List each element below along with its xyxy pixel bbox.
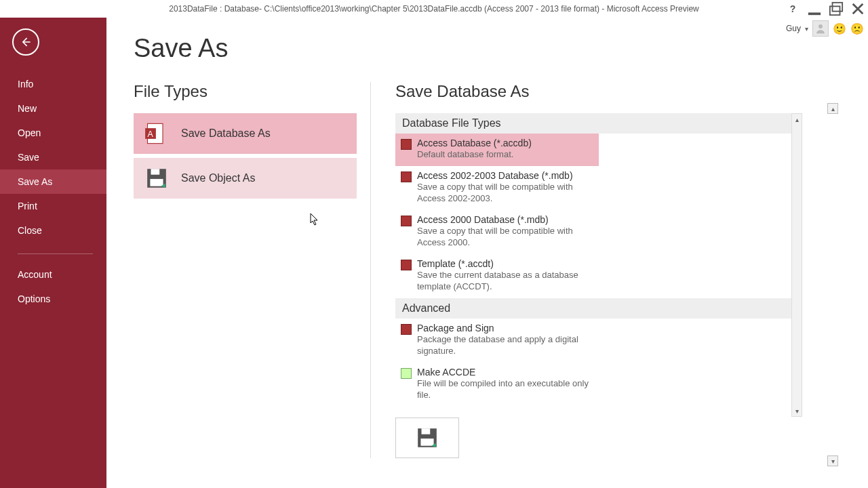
window-title: 2013DataFile : Database- C:\Clients\offi…: [169, 4, 698, 14]
svg-rect-0: [808, 13, 821, 16]
sidebar-item-label: Open: [18, 127, 41, 138]
option-title: Access Database (*.accdb): [417, 138, 593, 148]
help-icon[interactable]: ?: [785, 1, 800, 16]
floppy-icon: [144, 166, 169, 190]
sidebar-item-label: Options: [18, 293, 50, 304]
svg-rect-11: [150, 179, 163, 186]
scroll-track[interactable]: [827, 114, 838, 455]
group-database-file-types: Database File Types: [395, 113, 802, 134]
sidebar-item-label: New: [18, 103, 37, 114]
svg-rect-10: [151, 169, 160, 175]
tile-save-database-as[interactable]: A Save Database As: [134, 113, 357, 154]
option-access-database[interactable]: Access Database (*.accdb) Default databa…: [395, 134, 599, 166]
main-panel: Save As File Types A Save Database As Sa…: [106, 18, 868, 488]
file-types-column: File Types A Save Database As Save Objec…: [134, 82, 371, 458]
option-template[interactable]: Template (*.accdt) Save the current data…: [395, 254, 599, 298]
file-icon: [401, 139, 412, 150]
page-title: Save As: [134, 34, 868, 63]
option-title: Access 2002-2003 Database (*.mdb): [417, 170, 593, 181]
option-title: Template (*.accdt): [417, 258, 593, 269]
sidebar-item-print[interactable]: Print: [0, 194, 106, 218]
file-icon: [401, 368, 412, 379]
tile-save-object-as[interactable]: Save Object As: [134, 158, 357, 199]
restore-icon[interactable]: [829, 1, 844, 16]
sidebar-item-save-as[interactable]: Save As: [0, 169, 106, 194]
sidebar-item-label: Save: [18, 152, 39, 163]
file-icon: [401, 216, 412, 226]
file-types-heading: File Types: [134, 82, 357, 101]
sidebar-item-open[interactable]: Open: [0, 121, 106, 145]
tile-label: Save Database As: [181, 127, 271, 140]
sidebar-item-label: Account: [18, 269, 52, 280]
option-make-accde[interactable]: Make ACCDE File will be compiled into an…: [395, 363, 599, 407]
option-desc: Save the current database as a database …: [417, 269, 593, 293]
option-access-2000[interactable]: Access 2000 Database (*.mdb) Save a copy…: [395, 210, 599, 254]
close-icon[interactable]: [850, 1, 865, 16]
option-access-2002-2003[interactable]: Access 2002-2003 Database (*.mdb) Save a…: [395, 166, 599, 210]
option-title: Package and Sign: [417, 323, 593, 333]
sidebar-item-label: Print: [18, 201, 37, 211]
save-database-as-column: Save Database As Database File Types Acc…: [371, 82, 868, 458]
option-title: Access 2000 Database (*.mdb): [417, 214, 593, 225]
save-as-button[interactable]: [395, 418, 459, 458]
svg-rect-14: [420, 439, 433, 446]
file-icon: [401, 260, 412, 270]
window-controls: ?: [785, 0, 865, 18]
sidebar-item-new[interactable]: New: [0, 96, 106, 121]
sidebar-item-options[interactable]: Options: [0, 287, 106, 311]
option-title: Make ACCDE: [417, 367, 593, 378]
sidebar-item-info[interactable]: Info: [0, 72, 106, 96]
sidebar-separator: [18, 253, 93, 254]
option-desc: File will be compiled into an executable…: [417, 378, 593, 401]
inner-scrollbar[interactable]: ▴ ▾: [791, 113, 802, 417]
svg-text:A: A: [148, 129, 154, 139]
option-desc: Save a copy that will be compatible with…: [417, 181, 593, 205]
back-button[interactable]: [12, 28, 39, 56]
scroll-down-icon[interactable]: ▾: [827, 455, 838, 466]
file-icon: [401, 171, 412, 182]
sidebar-item-save[interactable]: Save: [0, 145, 106, 169]
sidebar-item-account[interactable]: Account: [0, 262, 106, 287]
backstage-sidebar: Info New Open Save Save As Print Close A…: [0, 18, 106, 488]
save-database-as-heading: Save Database As: [395, 82, 868, 101]
option-desc: Default database format.: [417, 148, 593, 161]
option-package-and-sign[interactable]: Package and Sign Package the database an…: [395, 319, 599, 363]
scroll-up-icon[interactable]: ▴: [792, 114, 802, 125]
scroll-up-icon[interactable]: ▴: [827, 103, 838, 114]
titlebar: 2013DataFile : Database- C:\Clients\offi…: [0, 0, 868, 18]
tile-label: Save Object As: [181, 172, 255, 184]
group-advanced: Advanced: [395, 298, 802, 319]
option-desc: Package the database and apply a digital…: [417, 333, 593, 357]
option-desc: Save a copy that will be compatible with…: [417, 225, 593, 249]
sidebar-item-label: Close: [18, 225, 42, 236]
svg-rect-13: [422, 428, 431, 434]
access-file-icon: A: [144, 121, 169, 146]
minimize-icon[interactable]: [807, 1, 822, 16]
file-icon: [401, 324, 412, 335]
sidebar-item-label: Info: [18, 79, 33, 89]
sidebar-item-label: Save As: [18, 176, 52, 187]
scroll-down-icon[interactable]: ▾: [792, 405, 802, 416]
sidebar-item-close[interactable]: Close: [0, 218, 106, 243]
outer-scrollbar[interactable]: ▴ ▾: [827, 103, 838, 466]
